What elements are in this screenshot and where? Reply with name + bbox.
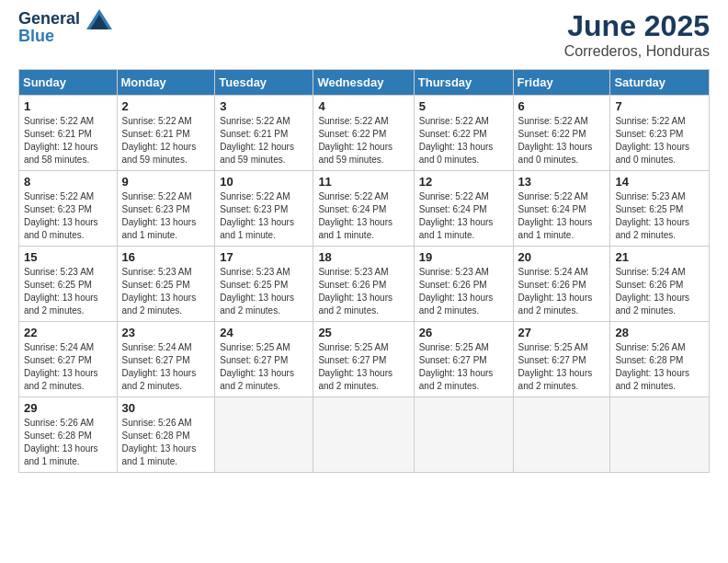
day-number: 2 xyxy=(122,99,210,113)
day-info: Sunrise: 5:23 AMSunset: 6:26 PMDaylight:… xyxy=(419,266,508,317)
day-info: Sunrise: 5:26 AMSunset: 6:28 PMDaylight:… xyxy=(615,341,704,393)
calendar-cell: 26Sunrise: 5:25 AMSunset: 6:27 PMDayligh… xyxy=(414,322,513,397)
day-info: Sunrise: 5:22 AMSunset: 6:24 PMDaylight:… xyxy=(419,190,508,242)
day-info: Sunrise: 5:22 AMSunset: 6:21 PMDaylight:… xyxy=(24,115,112,167)
calendar-cell: 28Sunrise: 5:26 AMSunset: 6:28 PMDayligh… xyxy=(610,322,710,397)
day-number: 21 xyxy=(615,250,704,264)
day-info: Sunrise: 5:25 AMSunset: 6:27 PMDaylight:… xyxy=(419,341,508,393)
day-number: 12 xyxy=(419,175,508,189)
day-info: Sunrise: 5:25 AMSunset: 6:27 PMDaylight:… xyxy=(318,341,408,393)
calendar-cell: 15Sunrise: 5:23 AMSunset: 6:25 PMDayligh… xyxy=(19,247,118,322)
calendar-cell: 13Sunrise: 5:22 AMSunset: 6:24 PMDayligh… xyxy=(513,171,610,247)
day-info: Sunrise: 5:22 AMSunset: 6:23 PMDaylight:… xyxy=(122,190,210,242)
calendar-cell: 4Sunrise: 5:22 AMSunset: 6:22 PMDaylight… xyxy=(313,96,414,171)
day-number: 20 xyxy=(518,250,606,264)
calendar-cell: 17Sunrise: 5:23 AMSunset: 6:25 PMDayligh… xyxy=(215,247,313,322)
day-info: Sunrise: 5:23 AMSunset: 6:25 PMDaylight:… xyxy=(24,266,112,317)
calendar-cell: 3Sunrise: 5:22 AMSunset: 6:21 PMDaylight… xyxy=(215,96,313,171)
calendar-cell: 22Sunrise: 5:24 AMSunset: 6:27 PMDayligh… xyxy=(19,322,118,397)
calendar-cell: 11Sunrise: 5:22 AMSunset: 6:24 PMDayligh… xyxy=(313,171,414,247)
day-info: Sunrise: 5:25 AMSunset: 6:27 PMDaylight:… xyxy=(518,341,606,393)
day-number: 19 xyxy=(419,250,508,264)
logo-icon xyxy=(86,9,112,29)
day-info: Sunrise: 5:22 AMSunset: 6:23 PMDaylight:… xyxy=(615,115,704,167)
day-info: Sunrise: 5:24 AMSunset: 6:27 PMDaylight:… xyxy=(24,341,112,393)
day-number: 16 xyxy=(122,250,210,264)
day-number: 6 xyxy=(518,99,606,113)
day-info: Sunrise: 5:22 AMSunset: 6:24 PMDaylight:… xyxy=(318,190,408,242)
calendar-day-header: Monday xyxy=(117,70,215,96)
day-number: 18 xyxy=(318,250,408,264)
day-number: 15 xyxy=(24,250,112,264)
day-number: 23 xyxy=(122,326,210,339)
calendar-cell: 9Sunrise: 5:22 AMSunset: 6:23 PMDaylight… xyxy=(117,171,215,247)
calendar-cell xyxy=(513,397,610,473)
page: General Blue June 2025 Correderos, Hondu… xyxy=(0,0,728,563)
calendar-day-header: Thursday xyxy=(414,70,513,96)
calendar-cell xyxy=(313,397,414,473)
day-number: 10 xyxy=(220,175,308,189)
day-info: Sunrise: 5:24 AMSunset: 6:26 PMDaylight:… xyxy=(615,266,704,317)
day-number: 26 xyxy=(419,326,508,339)
day-info: Sunrise: 5:23 AMSunset: 6:26 PMDaylight:… xyxy=(318,266,408,317)
day-number: 11 xyxy=(318,175,408,189)
day-info: Sunrise: 5:22 AMSunset: 6:22 PMDaylight:… xyxy=(318,115,408,167)
calendar-week-row: 29Sunrise: 5:26 AMSunset: 6:28 PMDayligh… xyxy=(19,397,710,473)
day-info: Sunrise: 5:24 AMSunset: 6:26 PMDaylight:… xyxy=(518,266,606,317)
calendar-week-row: 22Sunrise: 5:24 AMSunset: 6:27 PMDayligh… xyxy=(19,322,710,397)
calendar-cell: 30Sunrise: 5:26 AMSunset: 6:28 PMDayligh… xyxy=(117,397,215,473)
day-number: 1 xyxy=(24,99,112,113)
day-number: 13 xyxy=(518,175,606,189)
day-number: 14 xyxy=(615,175,704,189)
calendar-cell: 24Sunrise: 5:25 AMSunset: 6:27 PMDayligh… xyxy=(215,322,313,397)
day-number: 7 xyxy=(615,99,704,113)
calendar-cell: 21Sunrise: 5:24 AMSunset: 6:26 PMDayligh… xyxy=(610,247,710,322)
calendar-cell: 10Sunrise: 5:22 AMSunset: 6:23 PMDayligh… xyxy=(215,171,313,247)
day-info: Sunrise: 5:22 AMSunset: 6:21 PMDaylight:… xyxy=(122,115,210,167)
day-number: 8 xyxy=(24,175,112,189)
day-number: 29 xyxy=(24,401,112,415)
day-info: Sunrise: 5:25 AMSunset: 6:27 PMDaylight:… xyxy=(220,341,308,393)
calendar-cell: 14Sunrise: 5:23 AMSunset: 6:25 PMDayligh… xyxy=(610,171,710,247)
calendar-cell: 23Sunrise: 5:24 AMSunset: 6:27 PMDayligh… xyxy=(117,322,215,397)
calendar-header-row: SundayMondayTuesdayWednesdayThursdayFrid… xyxy=(19,70,710,96)
calendar-cell: 18Sunrise: 5:23 AMSunset: 6:26 PMDayligh… xyxy=(313,247,414,322)
calendar-cell xyxy=(610,397,710,473)
day-info: Sunrise: 5:22 AMSunset: 6:23 PMDaylight:… xyxy=(24,190,112,242)
day-info: Sunrise: 5:22 AMSunset: 6:22 PMDaylight:… xyxy=(518,115,606,167)
day-info: Sunrise: 5:22 AMSunset: 6:21 PMDaylight:… xyxy=(220,115,308,167)
day-info: Sunrise: 5:22 AMSunset: 6:23 PMDaylight:… xyxy=(220,190,308,242)
day-number: 27 xyxy=(518,326,606,339)
calendar-week-row: 15Sunrise: 5:23 AMSunset: 6:25 PMDayligh… xyxy=(19,247,710,322)
calendar-cell: 5Sunrise: 5:22 AMSunset: 6:22 PMDaylight… xyxy=(414,96,513,171)
day-number: 5 xyxy=(419,99,508,113)
calendar-cell xyxy=(414,397,513,473)
page-subtitle: Correderos, Honduras xyxy=(564,43,710,60)
page-title: June 2025 xyxy=(564,9,710,43)
day-info: Sunrise: 5:26 AMSunset: 6:28 PMDaylight:… xyxy=(122,417,210,468)
calendar-day-header: Tuesday xyxy=(215,70,313,96)
calendar-cell: 6Sunrise: 5:22 AMSunset: 6:22 PMDaylight… xyxy=(513,96,610,171)
calendar-cell: 16Sunrise: 5:23 AMSunset: 6:25 PMDayligh… xyxy=(117,247,215,322)
logo-blue: Blue xyxy=(18,28,112,46)
calendar-cell: 29Sunrise: 5:26 AMSunset: 6:28 PMDayligh… xyxy=(19,397,118,473)
day-number: 3 xyxy=(220,99,308,113)
day-number: 30 xyxy=(122,401,210,415)
day-info: Sunrise: 5:23 AMSunset: 6:25 PMDaylight:… xyxy=(615,190,704,242)
calendar-cell: 20Sunrise: 5:24 AMSunset: 6:26 PMDayligh… xyxy=(513,247,610,322)
calendar-week-row: 8Sunrise: 5:22 AMSunset: 6:23 PMDaylight… xyxy=(19,171,710,247)
calendar-day-header: Friday xyxy=(513,70,610,96)
logo: General Blue xyxy=(18,9,112,46)
calendar-day-header: Sunday xyxy=(19,70,118,96)
day-number: 4 xyxy=(318,99,408,113)
calendar-week-row: 1Sunrise: 5:22 AMSunset: 6:21 PMDaylight… xyxy=(19,96,710,171)
calendar-cell: 27Sunrise: 5:25 AMSunset: 6:27 PMDayligh… xyxy=(513,322,610,397)
day-info: Sunrise: 5:23 AMSunset: 6:25 PMDaylight:… xyxy=(122,266,210,317)
day-info: Sunrise: 5:24 AMSunset: 6:27 PMDaylight:… xyxy=(122,341,210,393)
day-number: 25 xyxy=(318,326,408,339)
day-number: 17 xyxy=(220,250,308,264)
day-number: 9 xyxy=(122,175,210,189)
calendar-day-header: Saturday xyxy=(610,70,710,96)
calendar-cell: 7Sunrise: 5:22 AMSunset: 6:23 PMDaylight… xyxy=(610,96,710,171)
day-info: Sunrise: 5:22 AMSunset: 6:22 PMDaylight:… xyxy=(419,115,508,167)
